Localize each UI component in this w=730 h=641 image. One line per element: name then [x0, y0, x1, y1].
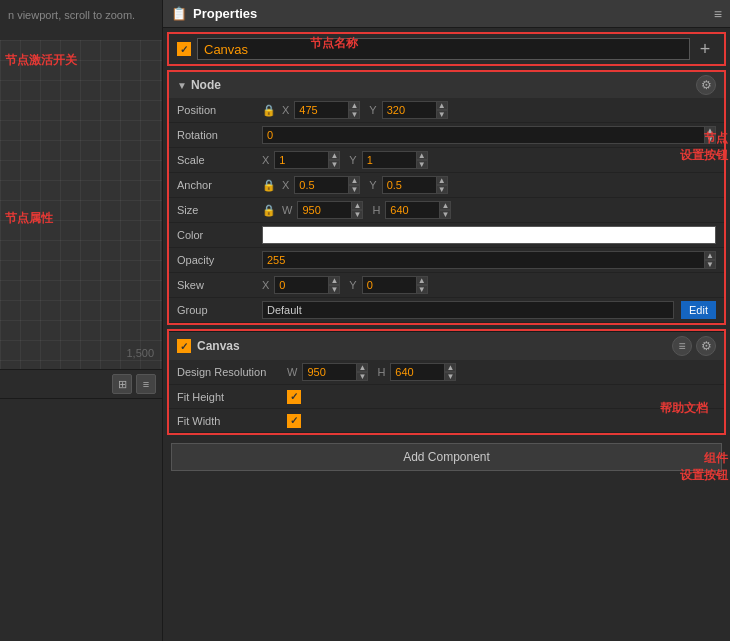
design-res-w-up[interactable]: ▲ [356, 363, 368, 372]
scale-row: Scale X ▲ ▼ Y [169, 148, 724, 173]
size-w-input-group: ▲ ▼ [297, 201, 363, 219]
canvas-active-checkbox[interactable] [177, 42, 191, 56]
canvas-comp-title: Canvas [197, 339, 672, 353]
scale-x-label: X [262, 154, 269, 166]
skew-y-input[interactable] [362, 276, 417, 294]
position-x-input-group: ▲ ▼ [294, 101, 360, 119]
size-w-input[interactable] [297, 201, 352, 219]
component-tool-icon2[interactable]: ≡ [136, 374, 156, 394]
node-section-arrow: ▼ [177, 80, 187, 91]
viewport-area: n viewport, scroll to zoom. 1,500 节点激活开关… [0, 0, 162, 370]
size-w-down[interactable]: ▼ [351, 210, 363, 219]
opacity-row: Opacity ▲ ▼ [169, 248, 724, 273]
size-w-up[interactable]: ▲ [351, 201, 363, 210]
node-settings-button[interactable]: ⚙ [696, 75, 716, 95]
position-y-input[interactable] [382, 101, 437, 119]
add-component-button[interactable]: Add Component [171, 443, 722, 471]
canvas-name-input[interactable] [197, 38, 690, 60]
design-res-w-input-group: ▲ ▼ [302, 363, 368, 381]
anchor-row: Anchor 🔒 X ▲ ▼ Y [169, 173, 724, 198]
anchor-x-down[interactable]: ▼ [348, 185, 360, 194]
design-res-h-up[interactable]: ▲ [444, 363, 456, 372]
fit-width-label: Fit Width [177, 415, 287, 427]
color-row: Color [169, 223, 724, 248]
canvas-comp-checkbox[interactable] [177, 339, 191, 353]
design-res-h-down[interactable]: ▼ [444, 372, 456, 381]
size-h-input[interactable] [385, 201, 440, 219]
opacity-spin: ▲ ▼ [704, 251, 716, 269]
group-label: Group [177, 304, 262, 316]
grid-scale-number: 1,500 [126, 347, 154, 359]
canvas-add-button[interactable]: + [694, 38, 716, 60]
size-h-down[interactable]: ▼ [439, 210, 451, 219]
scale-y-up[interactable]: ▲ [416, 151, 428, 160]
scale-y-input[interactable] [362, 151, 417, 169]
design-res-w-input[interactable] [302, 363, 357, 381]
node-section-title: Node [191, 78, 696, 92]
grid-canvas[interactable]: 1,500 [0, 40, 162, 369]
fit-height-checkbox[interactable] [287, 390, 301, 404]
node-section-header[interactable]: ▼ Node ⚙ [169, 72, 724, 98]
properties-menu-icon[interactable]: ≡ [714, 6, 722, 22]
size-h-up[interactable]: ▲ [439, 201, 451, 210]
skew-y-up[interactable]: ▲ [416, 276, 428, 285]
anchor-y-input[interactable] [382, 176, 437, 194]
design-resolution-label: Design Resolution [177, 366, 287, 378]
fit-width-row: Fit Width [169, 409, 724, 433]
position-y-spin: ▲ ▼ [436, 101, 448, 119]
design-res-h-spin: ▲ ▼ [444, 363, 456, 381]
color-label: Color [177, 229, 262, 241]
anchor-y-down[interactable]: ▼ [436, 185, 448, 194]
skew-x-input[interactable] [274, 276, 329, 294]
scale-x-up[interactable]: ▲ [328, 151, 340, 160]
scale-x-down[interactable]: ▼ [328, 160, 340, 169]
fit-width-checkbox[interactable] [287, 414, 301, 428]
scale-x-input[interactable] [274, 151, 329, 169]
size-h-input-group: ▲ ▼ [385, 201, 451, 219]
properties-title: Properties [193, 6, 257, 21]
opacity-down[interactable]: ▼ [704, 260, 716, 269]
design-res-w-label: W [287, 366, 297, 378]
group-dropdown[interactable]: Default [262, 301, 674, 319]
design-resolution-row: Design Resolution W ▲ ▼ H [169, 360, 724, 385]
scale-y-down[interactable]: ▼ [416, 160, 428, 169]
group-edit-button[interactable]: Edit [681, 301, 716, 319]
canvas-comp-settings-button[interactable]: ⚙ [696, 336, 716, 356]
color-swatch[interactable] [262, 226, 716, 244]
skew-y-down[interactable]: ▼ [416, 285, 428, 294]
anchor-y-label: Y [369, 179, 376, 191]
opacity-input[interactable] [262, 251, 705, 269]
anchor-y-up[interactable]: ▲ [436, 176, 448, 185]
fit-height-row: Fit Height [169, 385, 724, 409]
canvas-help-icon[interactable]: ≡ [672, 336, 692, 356]
skew-row: Skew X ▲ ▼ Y [169, 273, 724, 298]
design-res-h-input[interactable] [390, 363, 445, 381]
position-x-spin: ▲ ▼ [348, 101, 360, 119]
anchor-x-input[interactable] [294, 176, 349, 194]
anchor-x-up[interactable]: ▲ [348, 176, 360, 185]
design-res-w-down[interactable]: ▼ [356, 372, 368, 381]
skew-x-down[interactable]: ▼ [328, 285, 340, 294]
anchor-y-spin: ▲ ▼ [436, 176, 448, 194]
rotation-label: Rotation [177, 129, 262, 141]
scale-y-spin: ▲ ▼ [416, 151, 428, 169]
rotation-controls: ▲ ▼ [262, 126, 716, 144]
component-tool-icon1[interactable]: ⊞ [112, 374, 132, 394]
position-x-down[interactable]: ▼ [348, 110, 360, 119]
properties-scroll-area[interactable]: + 节点名称 ▼ Node ⚙ Position 🔒 X [163, 28, 730, 641]
design-resolution-controls: W ▲ ▼ H ▲ [287, 363, 716, 381]
rotation-down[interactable]: ▼ [704, 135, 716, 144]
position-y-up[interactable]: ▲ [436, 101, 448, 110]
rotation-input[interactable] [262, 126, 705, 144]
canvas-component-section: Canvas ≡ ⚙ Design Resolution W ▲ [167, 329, 726, 435]
position-y-down[interactable]: ▼ [436, 110, 448, 119]
skew-x-up[interactable]: ▲ [328, 276, 340, 285]
properties-header: 📋 Properties ≡ [163, 0, 730, 28]
design-res-w-spin: ▲ ▼ [356, 363, 368, 381]
position-x-up[interactable]: ▲ [348, 101, 360, 110]
rotation-up[interactable]: ▲ [704, 126, 716, 135]
design-res-h-input-group: ▲ ▼ [390, 363, 456, 381]
position-x-input[interactable] [294, 101, 349, 119]
skew-x-label: X [262, 279, 269, 291]
opacity-up[interactable]: ▲ [704, 251, 716, 260]
